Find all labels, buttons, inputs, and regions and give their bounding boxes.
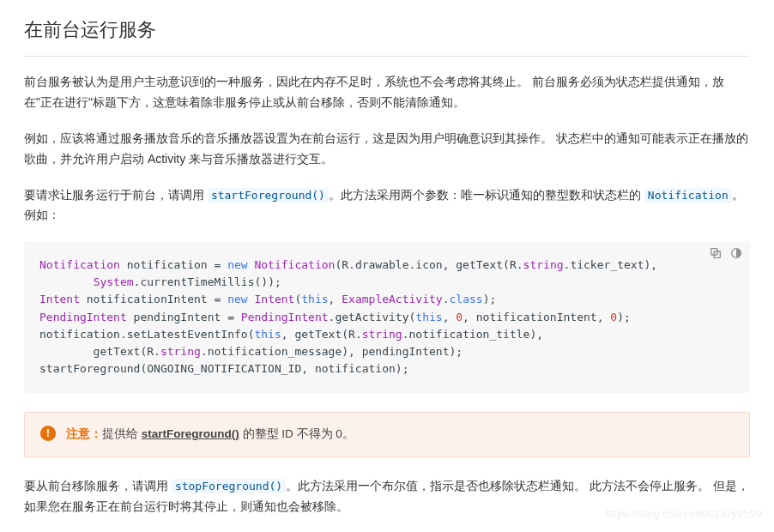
note-label: 注意： — [66, 427, 102, 440]
text-run: 提供给 — [102, 427, 142, 440]
code-stopforeground[interactable]: stopForeground() — [172, 479, 286, 493]
text-run: 。此方法采用两个参数：唯一标识通知的整型数和状态栏的 — [329, 188, 644, 202]
paragraph-stopforeground: 要从前台移除服务，请调用 stopForeground()。此方法采用一个布尔值… — [24, 476, 750, 517]
intro-paragraph-2: 例如，应该将通过服务播放音乐的音乐播放器设置为在前台运行，这是因为用户明确意识到… — [24, 129, 750, 170]
code-startforeground[interactable]: startForeground() — [208, 188, 329, 203]
intro-paragraph-3: 要请求让服务运行于前台，请调用 startForeground()。此方法采用两… — [24, 185, 750, 227]
text-run: 要请求让服务运行于前台，请调用 — [24, 188, 208, 202]
note-fn[interactable]: startForeground() — [142, 427, 239, 440]
warning-icon: ! — [40, 426, 56, 441]
text-run: 的整型 ID 不得为 0。 — [239, 427, 354, 440]
warning-text: 注意：提供给 startForeground() 的整型 ID 不得为 0。 — [66, 425, 354, 444]
code-content[interactable]: Notification notification = new Notifica… — [24, 241, 750, 393]
code-notification[interactable]: Notification — [644, 188, 732, 203]
text-run: 要从前台移除服务，请调用 — [24, 479, 172, 493]
warning-note: ! 注意：提供给 startForeground() 的整型 ID 不得为 0。 — [24, 412, 750, 457]
code-block: Notification notification = new Notifica… — [24, 241, 750, 393]
intro-paragraph-1: 前台服务被认为是用户主动意识到的一种服务，因此在内存不足时，系统也不会考虑将其终… — [24, 72, 750, 113]
section-divider — [24, 56, 750, 57]
copy-icon[interactable] — [709, 246, 723, 267]
page-title: 在前台运行服务 — [24, 14, 750, 51]
theme-icon[interactable] — [729, 246, 743, 267]
